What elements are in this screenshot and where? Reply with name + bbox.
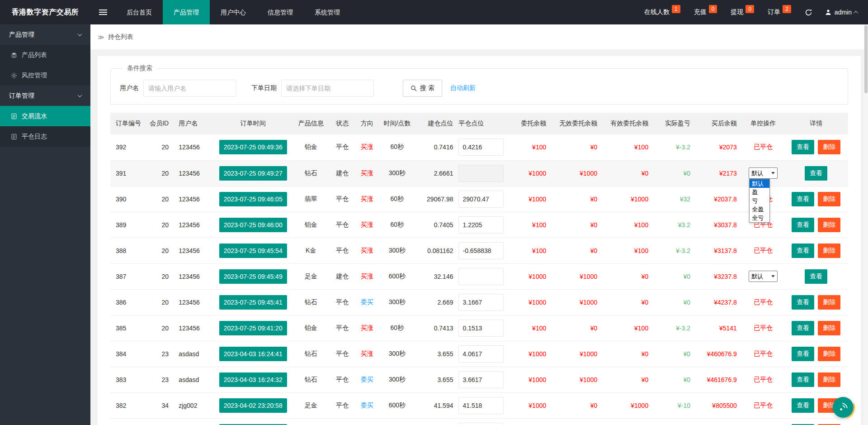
select-option-1[interactable]: 盈 xyxy=(750,188,769,196)
sidebar-item-1-0[interactable]: 交易流水 xyxy=(0,106,90,126)
delete-button[interactable]: 删除 xyxy=(818,295,840,310)
cell-entrust-balance: ¥1000 xyxy=(509,418,552,425)
cell-username: asdasd xyxy=(172,367,214,392)
close-point-input[interactable] xyxy=(458,165,504,182)
view-button[interactable]: 查看 xyxy=(792,321,814,335)
header-stat-0[interactable]: 在线人数1 xyxy=(644,8,680,16)
order-date-input[interactable] xyxy=(281,80,374,97)
cell-direction: 买涨 xyxy=(355,134,379,160)
header-stat-1[interactable]: 充值0 xyxy=(694,8,717,16)
close-point-input[interactable] xyxy=(458,191,504,208)
view-button[interactable]: 查看 xyxy=(792,192,814,206)
refresh-icon[interactable] xyxy=(805,9,812,16)
view-button[interactable]: 查看 xyxy=(792,295,814,310)
voice-broadcast-button[interactable] xyxy=(833,397,854,418)
auto-refresh-link[interactable]: 自动刷新 xyxy=(450,84,476,92)
sidebar-item-0-0[interactable]: 产品列表 xyxy=(0,45,90,65)
delete-button[interactable]: 删除 xyxy=(818,321,840,335)
cell-username: 123456 xyxy=(172,186,214,212)
cell-control: 已平仓 xyxy=(742,134,784,160)
header-stat-2[interactable]: 提现0 xyxy=(731,8,754,16)
cell-actual-profit-value: ¥0 xyxy=(683,299,690,306)
cell-balance-after: ¥5141 xyxy=(696,315,742,341)
order-time-button[interactable]: 2023-07-25 09:46:05 xyxy=(219,192,287,206)
top-menu-item-3[interactable]: 信息管理 xyxy=(257,0,304,24)
select-option-3[interactable]: 全盈 xyxy=(750,205,769,214)
close-point-input[interactable] xyxy=(458,138,504,156)
cell-entrust-balance-value: ¥1000 xyxy=(528,299,546,306)
delete-button[interactable]: 删除 xyxy=(818,192,840,206)
chevron-up-icon xyxy=(854,10,858,15)
header-stat-3[interactable]: 订单2 xyxy=(768,8,791,16)
delete-button[interactable]: 删除 xyxy=(818,218,840,232)
orders-table-header-row: 订单编号会员ID用户名订单时间产品信息状态方向时间/点数建仓点位平仓点位委托余额… xyxy=(110,113,848,134)
cell-balance-after: ¥2173 xyxy=(696,160,742,186)
view-button[interactable]: 查看 xyxy=(805,166,827,181)
select-option-4[interactable]: 全亏 xyxy=(750,214,769,222)
cell-valid-entrust-balance-value: ¥1000 xyxy=(631,196,648,203)
cell-order-id: 392 xyxy=(110,134,144,160)
delete-button[interactable]: 删除 xyxy=(818,140,840,154)
top-menu-item-0[interactable]: 后台首页 xyxy=(116,0,163,24)
view-button[interactable]: 查看 xyxy=(792,218,814,232)
order-time-button[interactable]: 2023-07-25 09:45:49 xyxy=(219,269,287,284)
view-button[interactable]: 查看 xyxy=(792,372,814,387)
order-time-button[interactable]: 2023-07-25 09:45:41 xyxy=(219,295,287,310)
breadcrumb: ≫ 持仓列表 xyxy=(90,24,868,50)
cell-invalid-entrust-balance-value: ¥1000 xyxy=(580,299,597,306)
sidebar-group-1[interactable]: 订单管理 xyxy=(0,86,90,106)
cell-entrust-balance-value: ¥100 xyxy=(532,247,546,254)
close-point-input[interactable] xyxy=(458,242,504,259)
column-header-10: 委托余额 xyxy=(509,113,552,134)
order-time-button[interactable]: 2023-04-03 16:24:32 xyxy=(219,372,287,387)
sidebar-group-0[interactable]: 产品管理 xyxy=(0,24,90,45)
view-button[interactable]: 查看 xyxy=(792,244,814,258)
user-menu[interactable]: admin xyxy=(825,9,858,16)
view-button[interactable]: 查看 xyxy=(805,269,827,284)
order-time-button[interactable]: 2023-07-25 09:49:27 xyxy=(219,166,287,181)
caret-down-icon xyxy=(771,172,775,174)
cell-entrust-balance-value: ¥1000 xyxy=(528,402,546,409)
close-point-input[interactable] xyxy=(458,294,504,311)
control-select[interactable]: 默认 xyxy=(749,271,778,282)
view-button[interactable]: 查看 xyxy=(792,347,814,361)
cell-order-id: 383 xyxy=(110,367,144,392)
cell-balance-after-value: ¥2173 xyxy=(719,170,737,177)
cell-control: 已平仓 xyxy=(742,315,784,341)
cell-valid-entrust-balance: ¥100 xyxy=(603,238,654,263)
top-menu-item-1[interactable]: 产品管理 xyxy=(163,0,210,24)
control-select[interactable]: 默认 xyxy=(749,167,778,179)
close-point-input[interactable] xyxy=(458,371,504,388)
close-point-input[interactable] xyxy=(458,345,504,363)
close-point-input[interactable] xyxy=(458,423,504,425)
menu-toggle-icon[interactable] xyxy=(90,0,116,24)
order-time-button[interactable]: 2023-07-25 09:49:36 xyxy=(219,140,287,154)
delete-button[interactable]: 删除 xyxy=(818,244,840,258)
sidebar-item-0-1[interactable]: 风控管理 xyxy=(0,65,90,86)
close-point-input[interactable] xyxy=(458,216,504,234)
scrollbar-thumb[interactable] xyxy=(864,25,868,93)
close-point-input[interactable] xyxy=(458,320,504,337)
cell-valid-entrust-balance-value: ¥1000 xyxy=(631,402,648,409)
order-time-button[interactable]: 2023-07-25 09:41:20 xyxy=(219,321,287,335)
select-option-0[interactable]: 默认 xyxy=(750,179,769,188)
cell-open-point: 29067.98 xyxy=(415,186,457,212)
view-button[interactable]: 查看 xyxy=(792,398,814,413)
view-button[interactable]: 查看 xyxy=(792,140,814,154)
cell-product: 铂金 xyxy=(292,315,330,341)
order-time-button[interactable]: 2023-04-02 23:20:58 xyxy=(219,398,287,413)
top-menu-item-4[interactable]: 系统管理 xyxy=(304,0,351,24)
top-menu-item-2[interactable]: 用户中心 xyxy=(210,0,257,24)
order-time-button[interactable]: 2023-07-25 09:45:54 xyxy=(219,244,287,258)
order-time-button[interactable]: 2023-07-25 09:46:00 xyxy=(219,218,287,232)
username-input[interactable] xyxy=(143,80,236,97)
sidebar-item-1-1[interactable]: 平仓日志 xyxy=(0,126,90,147)
close-point-input[interactable] xyxy=(458,268,504,285)
order-time-button[interactable]: 2023-04-03 16:24:41 xyxy=(219,347,287,361)
direction-label: 委买 xyxy=(361,298,373,306)
delete-button[interactable]: 删除 xyxy=(818,372,840,387)
delete-button[interactable]: 删除 xyxy=(818,347,840,361)
select-option-2[interactable]: 亏 xyxy=(750,196,769,205)
close-point-input[interactable] xyxy=(458,397,504,414)
search-button[interactable]: 搜 索 xyxy=(403,80,442,97)
